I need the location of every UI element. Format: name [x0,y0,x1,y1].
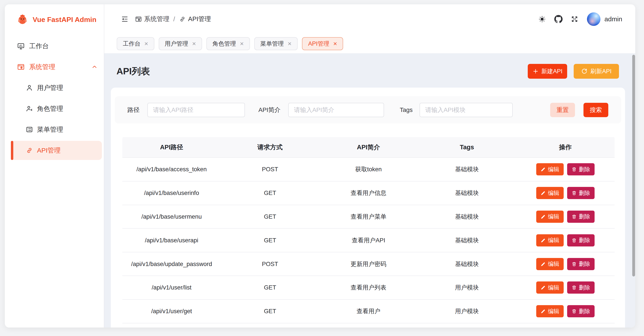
delete-label: 删除 [579,284,590,292]
tab-bar: 工作台× 用户管理× 角色管理× 菜单管理× API管理× [104,34,635,53]
table-row: /api/v1/base/usermenu GET 查看用户菜单 基础模块 编辑… [122,205,614,229]
page: Vue FastAPI Admin 工作台 [0,0,644,336]
github-icon[interactable] [554,15,562,23]
search-label: 搜索 [590,106,602,114]
edit-button[interactable]: 编辑 [536,305,564,317]
tags-input[interactable] [420,103,513,117]
tab-api[interactable]: API管理× [302,37,343,50]
app-title: Vue FastAPI Admin [33,16,96,24]
cell-tag: 用户模块 [418,307,516,315]
scrollbar-thumb[interactable] [632,55,635,276]
cell-path: /api/v1/base/update_password [122,261,221,268]
delete-button[interactable]: 删除 [567,258,594,270]
breadcrumb-current[interactable]: API管理 [179,15,211,23]
table-row: /api/v1/base/access_token POST 获取token 基… [122,158,614,181]
tags-label: Tags [400,107,412,113]
delete-label: 删除 [579,189,590,197]
breadcrumb: 系统管理 / API管理 [135,15,211,23]
delete-button[interactable]: 删除 [567,281,594,294]
sidebar-item-label: 角色管理 [37,104,63,113]
avatar[interactable] [587,12,600,26]
reset-label: 重置 [556,106,569,114]
cell-path: /api/v1/base/userinfo [122,189,221,196]
app-window: Vue FastAPI Admin 工作台 [5,4,635,328]
tab-label: API管理 [308,40,330,48]
path-label: 路径 [127,106,140,114]
delete-button[interactable]: 删除 [567,187,594,199]
edit-label: 编辑 [548,236,559,244]
cell-tag: 基础模块 [418,236,516,244]
api-link-icon [26,147,33,154]
sidebar-item-system[interactable]: 系统管理 [11,57,102,76]
delete-button[interactable]: 删除 [567,305,594,317]
table-row: /api/v1/base/userapi GET 查看用户API 基础模块 编辑… [122,229,614,252]
sidebar: Vue FastAPI Admin 工作台 [5,4,104,328]
delete-button[interactable]: 删除 [567,234,594,246]
fullscreen-icon[interactable] [571,15,578,23]
tab-workbench[interactable]: 工作台× [117,37,154,50]
edit-button[interactable]: 编辑 [536,187,564,199]
window-gear-icon [17,63,25,71]
trash-icon [572,309,577,314]
trash-icon [572,167,577,172]
path-input[interactable] [148,103,245,117]
role-icon [26,105,33,112]
cell-path: /api/v1/base/usermenu [122,213,221,220]
edit-button[interactable]: 编辑 [536,211,564,223]
summary-input[interactable] [288,103,384,117]
cell-method: GET [221,308,319,315]
logo[interactable]: Vue FastAPI Admin [5,4,104,35]
pencil-icon [540,167,546,172]
username[interactable]: admin [604,15,622,23]
cell-tag: 用户模块 [418,284,516,292]
edit-button[interactable]: 编辑 [536,234,564,246]
close-icon[interactable]: × [144,40,148,47]
cell-tag: 基础模块 [418,260,516,268]
sidebar-item-label: API管理 [37,146,60,155]
close-icon[interactable]: × [288,40,292,47]
table-row: /api/v1/user/list GET 查看用户列表 用户模块 编辑 删除 [122,276,614,300]
tab-menus[interactable]: 菜单管理× [254,37,298,50]
edit-label: 编辑 [548,166,559,173]
breadcrumb-parent[interactable]: 系统管理 [135,15,170,23]
theme-toggle-sun-icon[interactable] [538,15,546,23]
cell-path: /api/v1/base/userapi [122,237,221,244]
reset-button[interactable]: 重置 [550,103,575,117]
content: API列表 新建API [104,53,635,328]
header-actions: admin [530,12,622,26]
edit-button[interactable]: 编辑 [536,258,564,270]
sidebar-item-roles[interactable]: 角色管理 [11,99,102,118]
breadcrumb-separator: / [173,16,175,23]
edit-button[interactable]: 编辑 [536,163,564,175]
cell-method: POST [221,261,319,268]
page-title: API列表 [116,65,150,77]
trash-icon [572,285,577,290]
close-icon[interactable]: × [192,40,196,47]
delete-label: 删除 [579,166,590,173]
column-header: API路径 [122,143,221,152]
tab-roles[interactable]: 角色管理× [206,37,250,50]
refresh-icon [581,68,588,75]
cell-path: /api/v1/user/get [122,308,221,315]
cell-method: GET [221,213,319,220]
edit-button[interactable]: 编辑 [536,281,564,294]
sidebar-menu: 工作台 系统管理 [5,36,104,160]
search-button[interactable]: 搜索 [584,103,608,117]
sidebar-item-menus[interactable]: 菜单管理 [11,120,102,139]
delete-button[interactable]: 删除 [567,211,594,223]
delete-button[interactable]: 删除 [567,163,594,175]
header: 系统管理 / API管理 [104,4,635,34]
collapse-sidebar-icon[interactable] [121,15,128,23]
close-icon[interactable]: × [240,40,244,47]
refresh-api-button[interactable]: 刷新API [574,64,619,79]
pencil-icon [540,261,546,267]
close-icon[interactable]: × [333,40,337,47]
sidebar-item-api[interactable]: API管理 [11,141,102,160]
sidebar-item-workbench[interactable]: 工作台 [11,36,102,56]
cell-method: GET [221,237,319,244]
create-api-button[interactable]: 新建API [528,64,567,79]
tab-label: 角色管理 [212,40,236,48]
sidebar-item-users[interactable]: 用户管理 [11,78,102,97]
tab-users[interactable]: 用户管理× [159,37,202,50]
monitor-icon [17,42,25,50]
